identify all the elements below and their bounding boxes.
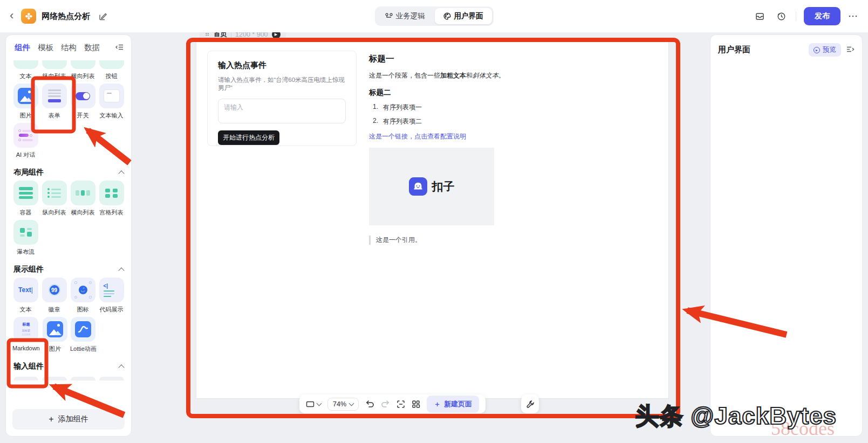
component-tile-container[interactable]: 容器: [12, 181, 39, 217]
tab-business-logic[interactable]: 业务逻辑: [377, 8, 434, 24]
form-icon: [42, 84, 67, 108]
markdown-paragraph: 这是一个段落，包含一些加粗文本和斜体文本。: [369, 71, 542, 80]
chevron-up-icon: [118, 364, 124, 370]
markdown-component[interactable]: 标题一 这是一个段落，包含一些加粗文本和斜体文本。 标题二 1.有序列表项一 2…: [369, 53, 542, 245]
markdown-icon: 标题 副标题 正文内容: [13, 317, 38, 342]
panel-title: 用户界面: [718, 45, 750, 55]
markdown-link[interactable]: 这是一个链接，点击查看配置说明: [369, 132, 542, 141]
component-tile-switch[interactable]: 开关: [70, 84, 96, 120]
markdown-h1: 标题一: [369, 53, 542, 65]
text-input-icon: [104, 89, 120, 102]
component-tile-image[interactable]: 图片: [12, 84, 39, 120]
more-menu-icon[interactable]: ⋯: [848, 10, 858, 22]
sidebar-tab-templates[interactable]: 模板: [38, 43, 53, 53]
horizontal-list-icon: [71, 181, 95, 205]
collapse-panel-icon[interactable]: [846, 45, 855, 55]
vertical-list-icon: [42, 181, 67, 205]
section-display[interactable]: 展示组件: [13, 265, 124, 274]
device-selector[interactable]: [306, 400, 321, 408]
component-tile-markdown[interactable]: 标题 副标题 正文内容 Markdown: [12, 317, 40, 353]
new-page-button[interactable]: ＋ 新建页面: [427, 396, 479, 413]
component-tile-ai-chat[interactable]: AI 对话: [12, 123, 39, 159]
component-tile-text-input[interactable]: 文本输入: [98, 84, 125, 120]
hot-event-input[interactable]: 请输入: [218, 99, 346, 123]
component-tile-horizontal-list[interactable]: 横向列表: [70, 181, 96, 217]
component-tile-hlist-basic[interactable]: 横向列表: [70, 60, 96, 80]
markdown-h2: 标题二: [369, 88, 542, 98]
icon-set-icon: ◡̈: [73, 280, 93, 300]
clipped-tile: [13, 377, 38, 380]
list-item: 2.有序列表项二: [369, 117, 542, 126]
app-logo-icon: ✤: [21, 9, 36, 24]
publish-button[interactable]: 发布: [804, 7, 840, 25]
text-icon: Text|: [18, 286, 33, 294]
code-display-icon: <|: [99, 278, 124, 302]
component-tile-vertical-list[interactable]: 纵向列表: [41, 181, 67, 217]
undo-button[interactable]: [365, 400, 374, 408]
chevron-down-icon: [349, 400, 354, 406]
clipped-tile: [42, 377, 67, 380]
component-tile-text-display[interactable]: Text| 文本: [12, 278, 39, 314]
edit-title-icon[interactable]: [95, 9, 110, 23]
waterfall-icon: [13, 220, 38, 245]
coze-logo-text: 扣子: [432, 179, 455, 194]
sidebar-tab-data[interactable]: 数据: [84, 43, 100, 53]
image-icon: [47, 321, 63, 337]
layout-grid-button[interactable]: [412, 400, 420, 409]
tab-user-interface[interactable]: 用户界面: [435, 8, 492, 24]
preview-button[interactable]: ▶ 预览: [809, 43, 841, 57]
component-tile-grid-list[interactable]: 宫格列表: [98, 181, 125, 217]
chevron-down-icon: [317, 400, 322, 406]
save-version-icon[interactable]: [753, 9, 767, 23]
component-tile-badge[interactable]: 99 徽章: [41, 278, 67, 314]
editor-canvas[interactable]: ⠿ 首页 1200 * 900 ▶ 输入热点事件 请输入热点事件，如“台湾60米…: [132, 32, 708, 443]
lottie-icon: [75, 321, 91, 337]
canvas-toolbar: 74% ＋ 新建页面: [299, 394, 486, 413]
app-title: 网络热点分析: [42, 11, 90, 22]
palette-icon: [443, 12, 451, 20]
component-tile-image-display[interactable]: 图片: [42, 317, 68, 353]
chevron-up-icon: [118, 170, 124, 176]
component-tile-lottie[interactable]: Lottie动画: [70, 317, 97, 353]
ai-chat-icon: [13, 123, 38, 148]
image-icon: [18, 88, 34, 104]
switch-icon: [76, 92, 90, 100]
markdown-image-placeholder: 扣子: [369, 148, 494, 225]
page-surface[interactable]: 输入热点事件 请输入热点事件，如“台湾60米高压电缆上惊现男尸” 请输入 开始进…: [196, 39, 669, 399]
component-tile-waterfall[interactable]: 瀑布流: [12, 220, 39, 256]
clipped-tile: [99, 377, 124, 380]
start-analysis-button[interactable]: 开始进行热点分析: [218, 130, 279, 145]
zoom-level-select[interactable]: 74%: [327, 398, 359, 411]
component-tile-text-basic[interactable]: 文本: [12, 60, 39, 80]
fit-to-screen-button[interactable]: [397, 400, 405, 409]
section-input[interactable]: 输入组件: [13, 362, 124, 371]
component-tile-button-basic[interactable]: 按钮: [98, 60, 125, 80]
redo-button[interactable]: [381, 400, 390, 408]
mode-switcher: 业务逻辑 用户界面: [375, 6, 494, 26]
sidebar-tab-structure[interactable]: 结构: [61, 43, 77, 53]
user-interface-panel: 用户界面 ▶ 预览: [710, 34, 863, 437]
back-button[interactable]: ‹: [10, 10, 16, 23]
form-description: 请输入热点事件，如“台湾60米高压电缆上惊现男尸”: [218, 76, 346, 92]
tools-wrench-button[interactable]: [521, 394, 539, 413]
grid-list-icon: [99, 181, 124, 205]
sidebar-tab-components[interactable]: 组件: [15, 43, 30, 53]
play-icon: ▶: [814, 47, 820, 53]
watermark-main: 头条 @JackBytes: [635, 400, 837, 432]
collapse-sidebar-icon[interactable]: [115, 43, 124, 53]
component-tile-vlist-basic[interactable]: 纵向列表: [41, 60, 67, 80]
form-component[interactable]: 输入热点事件 请输入热点事件，如“台湾60米高压电缆上惊现男尸” 请输入 开始进…: [207, 51, 357, 146]
section-layout[interactable]: 布局组件: [13, 168, 124, 177]
history-icon[interactable]: [774, 9, 788, 23]
markdown-ordered-list: 1.有序列表项一 2.有序列表项二: [369, 103, 542, 126]
form-title: 输入热点事件: [218, 60, 346, 71]
coze-logo-icon: [409, 177, 427, 196]
list-item: 1.有序列表项一: [369, 103, 542, 112]
chevron-up-icon: [118, 267, 124, 273]
badge-icon: 99: [49, 284, 60, 296]
component-tile-form[interactable]: 表单: [41, 84, 67, 120]
component-tile-icon[interactable]: ◡̈ 图标: [70, 278, 96, 314]
top-bar: ‹ ✤ 网络热点分析 业务逻辑 用户界面 发布 ⋯: [0, 0, 868, 32]
add-component-button[interactable]: + 添加组件: [12, 409, 125, 430]
component-tile-code[interactable]: <| 代码展示: [98, 278, 125, 314]
